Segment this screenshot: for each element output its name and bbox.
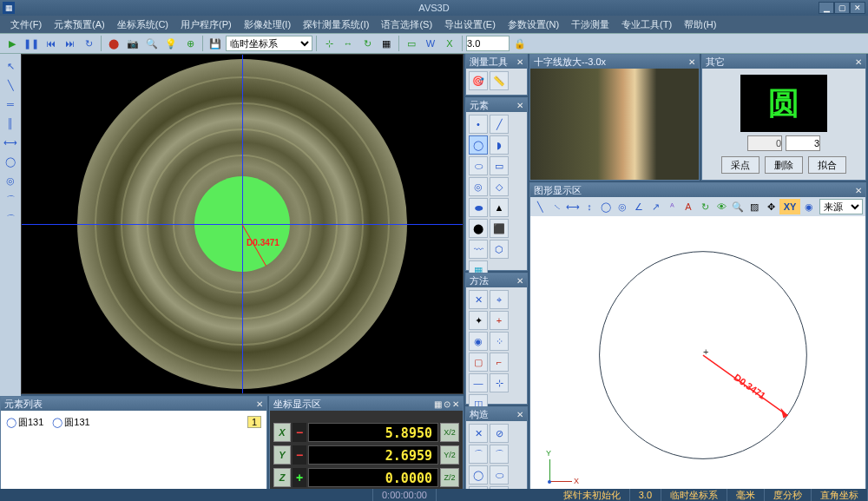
glabel-icon[interactable]: ᴬ — [664, 199, 680, 214]
panel-close-icon[interactable]: ✕ — [688, 57, 695, 67]
menu-export[interactable]: 导出设置(E) — [439, 16, 501, 33]
point-icon[interactable]: • — [469, 115, 488, 134]
rarc-icon[interactable]: ⌒ — [2, 210, 19, 227]
probe-icon[interactable]: 🎯 — [469, 71, 488, 90]
gcolor-icon[interactable]: ▨ — [746, 199, 762, 214]
panel-close-icon[interactable]: ✕ — [256, 399, 263, 409]
axis-label[interactable]: Y — [273, 445, 291, 465]
menu-language[interactable]: 语言选择(S) — [376, 16, 437, 33]
cylinder-icon[interactable]: ⬛ — [490, 219, 509, 238]
graph-canvas[interactable]: + D0.3471 Y X — [530, 216, 865, 501]
midpoint-icon[interactable]: ⊘ — [490, 424, 509, 443]
camera-icon[interactable]: 📷 — [124, 35, 141, 52]
loop-icon[interactable]: ↻ — [80, 35, 97, 52]
origin-select[interactable]: 来源 — [819, 199, 863, 214]
circle-element-icon[interactable]: ◯ — [469, 135, 488, 155]
pause-icon[interactable]: ❚❚ — [23, 35, 40, 52]
gline2-icon[interactable]: ⟍ — [549, 199, 564, 214]
half-button[interactable]: Z/2 — [440, 468, 459, 487]
corner-pick-icon[interactable]: ⌐ — [490, 353, 509, 372]
close-button[interactable]: ✕ — [850, 2, 865, 14]
save-icon[interactable]: 💾 — [207, 35, 224, 52]
axis-origin-icon[interactable]: ⊹ — [320, 35, 338, 52]
crosshair-icon[interactable]: ⊕ — [181, 35, 199, 52]
circle-tool-icon[interactable]: ◯ — [2, 153, 19, 170]
axis-rotate-icon[interactable]: ↻ — [358, 35, 376, 52]
auto-pick-icon[interactable]: ✦ — [469, 311, 488, 330]
fit-button[interactable]: 拟合 — [808, 156, 846, 174]
slot-icon[interactable]: ⬬ — [469, 198, 488, 217]
panel-close-icon[interactable]: ✕ — [855, 57, 862, 67]
panel-close-icon[interactable]: ✕ — [516, 410, 523, 419]
menu-element-preset[interactable]: 元素预置(A) — [49, 16, 110, 33]
skip-prev-icon[interactable]: ⏮ — [42, 35, 59, 52]
garrow-icon[interactable]: ↗ — [648, 199, 663, 214]
diamond-icon[interactable]: ◇ — [490, 177, 509, 196]
line-element-icon[interactable]: ╱ — [490, 115, 509, 134]
record-icon[interactable]: ⬤ — [105, 35, 122, 52]
cone-icon[interactable]: ▲ — [490, 198, 509, 217]
maximize-button[interactable]: ▢ — [834, 2, 850, 14]
axis-label[interactable]: X — [273, 423, 291, 442]
closed-curve-icon[interactable]: ⬡ — [490, 240, 509, 259]
panel-close-icon[interactable]: ✕ — [516, 57, 523, 67]
gdist-icon[interactable]: ⟷ — [565, 199, 581, 214]
grid-icon[interactable]: ▦ — [378, 35, 395, 52]
multi-circle-icon[interactable]: ◉ — [469, 332, 488, 351]
gcircle-icon[interactable]: ◯ — [598, 199, 614, 214]
cross-pick-icon[interactable]: ✕ — [469, 290, 488, 309]
pointer-icon[interactable]: ↖ — [2, 57, 19, 75]
excel-export-icon[interactable]: X — [441, 35, 458, 52]
sample-button[interactable]: 采点 — [721, 156, 760, 174]
minimize-button[interactable]: ▁ — [819, 2, 834, 14]
vline-icon[interactable]: ║ — [2, 115, 19, 132]
gangle-icon[interactable]: ∠ — [631, 199, 647, 214]
gtarget-icon[interactable]: ◎ — [615, 199, 630, 214]
line-pick-icon[interactable]: — — [469, 373, 488, 392]
menu-pro-tools[interactable]: 专业工具(T) — [616, 16, 677, 33]
gzoom-icon[interactable]: 🔍 — [730, 199, 746, 214]
menu-probe-measure[interactable]: 探针测量系统(I) — [298, 16, 374, 33]
arc-element-icon[interactable]: ◗ — [490, 135, 509, 155]
word-export-icon[interactable]: W — [422, 35, 439, 52]
menu-help[interactable]: 帮助(H) — [679, 16, 721, 33]
box-pick-icon[interactable]: ▢ — [469, 353, 488, 372]
line-icon[interactable]: ╲ — [2, 76, 19, 94]
ruler-icon[interactable]: 📏 — [490, 71, 509, 90]
dxf-export-icon[interactable]: ▭ — [403, 35, 420, 52]
gtext-icon[interactable]: A — [681, 199, 696, 214]
ellipse-fit-icon[interactable]: ⬭ — [490, 465, 509, 485]
probe-pick-icon[interactable]: ⊹ — [490, 373, 509, 392]
gvert-icon[interactable]: ↕ — [582, 199, 597, 214]
menu-interference[interactable]: 干涉测量 — [566, 16, 615, 33]
magnify-icon[interactable]: 🔍 — [143, 35, 161, 52]
delete-button[interactable]: 删除 — [765, 156, 803, 174]
panel-close-icon[interactable]: ✕ — [855, 186, 862, 195]
camera-view[interactable]: D0.3471 — [21, 54, 464, 394]
panel-close-icon[interactable]: ✕ — [516, 276, 523, 286]
intersect-icon[interactable]: ✕ — [469, 424, 488, 443]
menu-parameters[interactable]: 参数设置(N) — [503, 16, 564, 33]
panel-close-icon[interactable]: ✕ — [516, 101, 523, 110]
center-pick-icon[interactable]: + — [490, 311, 509, 330]
hline-icon[interactable]: ═ — [2, 96, 19, 113]
axis-label[interactable]: Z — [273, 468, 291, 487]
sample-count-input[interactable] — [747, 135, 782, 151]
grefresh-icon[interactable]: ↻ — [697, 199, 713, 214]
concentric-icon[interactable]: ◎ — [2, 172, 19, 189]
multi-point-icon[interactable]: ⁘ — [490, 332, 509, 351]
arc2-icon[interactable]: ⌒ — [490, 445, 509, 464]
target-count-input[interactable] — [786, 135, 820, 151]
menu-image-processing[interactable]: 影像处理(I) — [239, 16, 296, 33]
xyz-mode-icon[interactable]: ▦ — [434, 399, 442, 409]
g3d-icon[interactable]: ◉ — [801, 199, 817, 214]
gmove-icon[interactable]: ✥ — [763, 199, 779, 214]
arc-icon[interactable]: ⌒ — [2, 191, 19, 208]
view-xy-button[interactable]: XY — [779, 199, 800, 214]
ring-icon[interactable]: ◎ — [469, 177, 488, 196]
list-item[interactable]: ◯圆131 — [52, 416, 89, 429]
magnify-view[interactable] — [530, 69, 699, 180]
polar-mode-icon[interactable]: ⊙ — [444, 399, 450, 409]
zoom-input[interactable] — [466, 36, 510, 51]
lock-icon[interactable]: 🔒 — [511, 35, 529, 52]
